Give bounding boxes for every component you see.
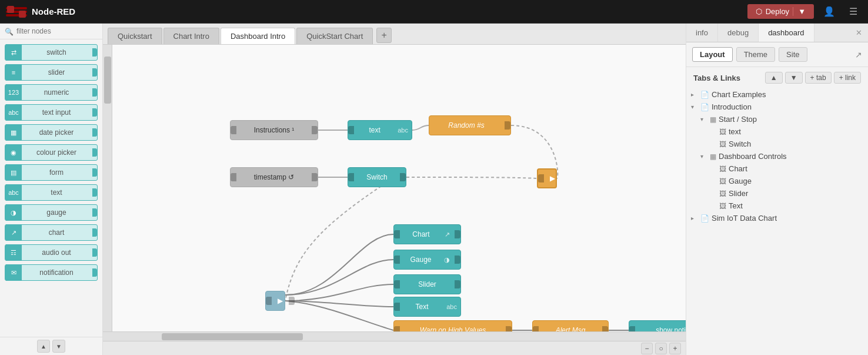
- arrow-down-btn[interactable]: ▼: [785, 72, 803, 84]
- fn-sublabel-text-node: abc: [394, 127, 412, 134]
- port-l-fan-node: [266, 297, 272, 305]
- tab-quickstart-chart[interactable]: QuickStart Chart: [296, 28, 373, 44]
- dash-tab-theme[interactable]: Theme: [736, 47, 775, 62]
- right-tab-debug[interactable]: debug: [718, 24, 759, 42]
- flow-node-switch-node[interactable]: Switch: [348, 167, 406, 187]
- tabs-links-actions: ▲ ▼ + tab + link: [765, 72, 861, 84]
- dashboard-external-icon[interactable]: ↗: [855, 50, 862, 59]
- tree-label-sim-iot: Sim IoT Data Chart: [712, 214, 777, 223]
- filter-input[interactable]: [0, 24, 102, 39]
- node-audio-out[interactable]: ☶ audio out: [5, 244, 98, 261]
- flow-node-slider-out[interactable]: Slider: [393, 274, 461, 294]
- tree-icon-start-stop: ▦: [710, 115, 716, 124]
- node-numeric[interactable]: 123 numeric: [5, 84, 98, 101]
- flow-node-random-node[interactable]: Random #s: [429, 115, 511, 135]
- right-tab-dashboard[interactable]: dashboard: [759, 24, 814, 42]
- add-link-btn[interactable]: + link: [834, 72, 861, 84]
- menu-icon[interactable]: ☰: [844, 4, 862, 19]
- port-l-instructions: [231, 126, 236, 134]
- deploy-caret[interactable]: ▼: [793, 7, 806, 16]
- tree-item-tree-slider[interactable]: 🖼 Slider: [686, 187, 868, 200]
- tab-quickstart[interactable]: Quickstart: [108, 28, 162, 44]
- node-port-audio-out: [92, 248, 97, 257]
- tree-item-chart-examples[interactable]: ▸ 📄 Chart Examples: [686, 88, 868, 101]
- dashboard-panel: LayoutThemeSite↗ Tabs & Links ▲ ▼ + tab …: [686, 42, 868, 355]
- port-r-warn-node: [506, 326, 512, 331]
- scroll-down-button[interactable]: ▼: [52, 340, 65, 353]
- fn-sublabel-text-out: abc: [443, 303, 460, 310]
- tree-item-tree-text2[interactable]: 🖼 Text: [686, 200, 868, 212]
- dash-tab-layout[interactable]: Layout: [692, 47, 733, 62]
- node-port-gauge: [92, 208, 97, 217]
- flow-node-show-notif[interactable]: show notification✉: [629, 320, 686, 331]
- tree-item-tree-chart[interactable]: 🖼 Chart: [686, 162, 868, 175]
- tree-item-start-stop[interactable]: ▾ ▦ Start / Stop: [686, 113, 868, 125]
- dash-tab-site[interactable]: Site: [779, 47, 807, 62]
- canvas-hscroll-thumb[interactable]: [162, 333, 303, 340]
- canvas[interactable]: Instructions ¹textabcRandom #stimestamp …: [112, 45, 686, 331]
- add-tab-btn[interactable]: + tab: [805, 72, 832, 84]
- flow-node-out-node[interactable]: ▶: [537, 168, 557, 188]
- flow-node-fan-node[interactable]: ▶: [265, 291, 285, 311]
- port-l-chart-out: [394, 230, 400, 238]
- topbar-right: ⬡ Deploy ▼ 👤 ☰: [747, 4, 862, 19]
- fn-label-instructions: Instructions ¹: [238, 126, 311, 134]
- flow-node-instructions[interactable]: Instructions ¹: [230, 120, 318, 140]
- node-gauge[interactable]: ◑ gauge: [5, 204, 98, 221]
- tree-item-sim-iot[interactable]: ▸ 📄 Sim IoT Data Chart: [686, 212, 868, 224]
- fn-label-text-out: Text: [401, 303, 443, 311]
- node-date-picker[interactable]: ▦ date picker: [5, 124, 98, 141]
- canvas-hscroll[interactable]: [103, 331, 686, 341]
- tree-label-chart-examples: Chart Examples: [712, 90, 766, 99]
- canvas-vscroll-left[interactable]: [103, 45, 112, 331]
- tree-item-introduction[interactable]: ▾ 📄 Introduction: [686, 101, 868, 113]
- flow-node-text-out[interactable]: Textabc: [393, 297, 461, 317]
- flow-node-alert-msg[interactable]: Alert Msg: [532, 320, 609, 331]
- node-icon-audio-out: ☶: [5, 244, 22, 261]
- arrow-up-btn[interactable]: ▲: [765, 72, 783, 84]
- flow-node-text-node[interactable]: textabc: [348, 120, 412, 140]
- tab-dashboard-intro[interactable]: Dashboard Intro: [221, 28, 295, 44]
- node-slider[interactable]: ≡ slider: [5, 64, 98, 81]
- tree-label-tree-text2: Text: [729, 201, 743, 210]
- node-notification[interactable]: ✉ notification: [5, 264, 98, 281]
- tree-item-dashboard-controls[interactable]: ▾ ▦ Dashboard Controls: [686, 150, 868, 162]
- node-label-date-picker: date picker: [22, 128, 91, 137]
- zoom-out-button[interactable]: −: [641, 343, 653, 354]
- node-icon-date-picker: ▦: [5, 124, 22, 141]
- port-l-switch-node: [348, 173, 354, 181]
- right-tab-bar: infodebugdashboard✕: [686, 24, 868, 42]
- flow-node-chart-out[interactable]: Chart↗: [393, 224, 461, 244]
- fn-label-slider-out: Slider: [401, 280, 453, 288]
- zoom-in-button[interactable]: +: [669, 343, 681, 354]
- node-chart[interactable]: ↗ chart: [5, 224, 98, 241]
- tree-item-tree-text[interactable]: 🖼 text: [686, 125, 868, 138]
- tree-icon-tree-gauge: 🖼: [719, 177, 726, 185]
- tabs-links-label: Tabs & Links: [693, 74, 740, 82]
- node-text-input[interactable]: abc text input: [5, 104, 98, 121]
- tree-item-tree-switch[interactable]: 🖼 Switch: [686, 138, 868, 150]
- tab-chart-intro[interactable]: Chart Intro: [163, 28, 219, 44]
- right-tab-info[interactable]: info: [686, 24, 718, 42]
- tree-label-tree-switch: Switch: [729, 140, 751, 148]
- node-text[interactable]: abc text: [5, 184, 98, 201]
- zoom-reset-button[interactable]: ○: [655, 343, 667, 354]
- fn-label-alert-msg: Alert Msg: [540, 326, 601, 331]
- port-l-show-notif: [629, 326, 635, 331]
- node-colour-picker[interactable]: ◉ colour picker: [5, 144, 98, 161]
- add-tab-button[interactable]: +: [376, 28, 392, 43]
- fn-label-text-node: text: [355, 126, 394, 134]
- flow-node-timestamp[interactable]: timestamp ↺: [230, 167, 318, 187]
- node-form[interactable]: ▤ form: [5, 164, 98, 181]
- node-switch[interactable]: ⇄ switch: [5, 44, 98, 61]
- tree-item-tree-gauge[interactable]: 🖼 Gauge: [686, 175, 868, 187]
- flow-node-gauge-out[interactable]: Gauge◑: [393, 250, 461, 270]
- deploy-button[interactable]: ⬡ Deploy ▼: [747, 4, 814, 19]
- scroll-up-button[interactable]: ▲: [37, 340, 50, 353]
- flow-node-warn-node[interactable]: Warn on High Values: [393, 320, 512, 331]
- right-panel-close[interactable]: ✕: [850, 24, 868, 42]
- node-port-date-picker: [92, 128, 97, 137]
- user-icon[interactable]: 👤: [819, 4, 840, 19]
- port-r-timestamp: [312, 173, 318, 181]
- fn-sublabel-gauge-out: ◑: [440, 256, 453, 264]
